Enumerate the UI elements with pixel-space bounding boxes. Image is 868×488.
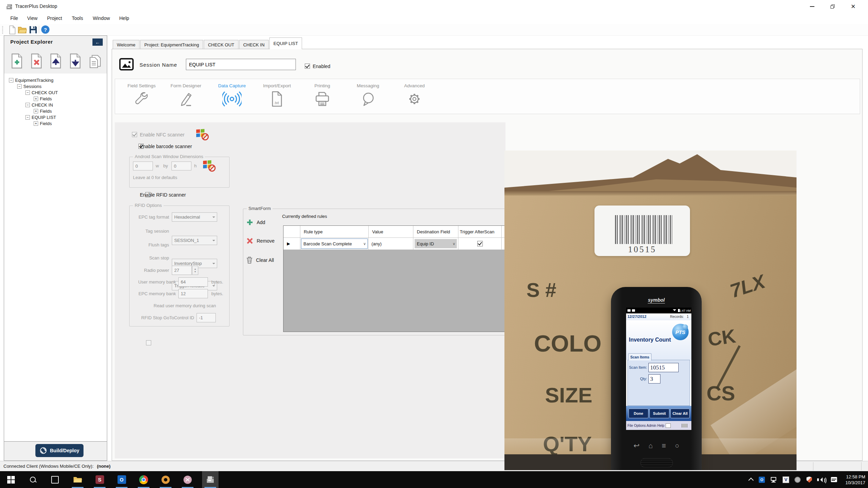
taskbar-clock[interactable]: 12:58 PM 10/3/2017 [836, 471, 865, 488]
submit-button[interactable]: Submit [649, 409, 669, 418]
new-project-icon[interactable] [8, 25, 16, 34]
nav-menu-icon[interactable]: ≡ [662, 442, 666, 450]
snipping-button[interactable] [179, 471, 196, 488]
restore-button[interactable] [825, 0, 841, 13]
search-button[interactable] [25, 471, 41, 488]
collapse-panel-button[interactable]: ← [92, 38, 103, 46]
close-button[interactable]: × [845, 0, 861, 13]
remove-rule-button[interactable]: Remove [246, 237, 275, 245]
trigger-afterscan-checkbox[interactable] [477, 241, 483, 246]
col-rule-type[interactable]: Rule type [300, 226, 369, 238]
outlook-button[interactable]: O [113, 471, 130, 488]
section-printing[interactable]: Printing [300, 83, 345, 109]
clear-all-button[interactable]: Clear All [246, 256, 274, 264]
snagit-button[interactable]: S [91, 471, 108, 488]
expander-icon[interactable]: + [34, 121, 38, 126]
tray-volume[interactable] [815, 471, 827, 488]
spinner-arrows[interactable]: ▲▼ [192, 266, 198, 275]
row-selector-cell[interactable]: ▶ [283, 238, 300, 250]
tray-utility[interactable] [792, 471, 803, 488]
expander-icon[interactable]: + [34, 109, 38, 113]
section-messaging[interactable]: Messaging [346, 83, 390, 109]
tag-session-select[interactable]: SESSION_1 [172, 236, 217, 245]
file-explorer-button[interactable] [69, 471, 86, 488]
tab-project[interactable]: Project: EquipmentTracking [140, 40, 203, 49]
minimize-button[interactable] [804, 0, 820, 13]
help-icon[interactable]: ? [41, 25, 49, 34]
read-user-memory-checkbox[interactable] [146, 340, 151, 345]
section-import-export[interactable]: Import/Export .txt [255, 83, 299, 109]
section-form-designer[interactable]: Form Designer [164, 83, 208, 109]
open-project-icon[interactable] [18, 26, 27, 34]
session-name-input[interactable] [186, 59, 296, 70]
enable-nfc-checkbox[interactable] [132, 132, 137, 137]
user-memory-input[interactable]: 64 [178, 277, 208, 287]
menu-window[interactable]: Window [93, 15, 110, 21]
tray-chevron-up[interactable] [745, 471, 757, 488]
nav-back-icon[interactable]: ↩ [633, 442, 639, 450]
expander-icon[interactable]: − [25, 115, 30, 120]
expander-icon[interactable]: − [25, 103, 30, 107]
expander-icon[interactable]: + [34, 97, 38, 101]
tray-network[interactable] [768, 471, 779, 488]
rule-type-cell[interactable]: Barcode Scan Complete ∨ [300, 238, 369, 250]
qty-input[interactable]: 3 [648, 374, 660, 384]
col-value[interactable]: Value [369, 226, 413, 238]
tree-item-fields[interactable]: + Fields [34, 120, 52, 126]
tree-item-fields[interactable]: + Fields [34, 108, 52, 114]
trigger-cell[interactable] [458, 238, 502, 250]
tree-item-sessions[interactable]: − Sessions [17, 83, 42, 89]
destination-combobox[interactable]: Equip ID ∨ [414, 239, 457, 248]
tab-checkin[interactable]: CHECK IN [239, 40, 269, 49]
radio-power-spinner[interactable]: 27 [172, 266, 192, 275]
scan-height-input[interactable]: 0 [171, 162, 191, 170]
value-cell[interactable]: (any) [369, 238, 413, 250]
col-trigger[interactable]: Trigger AfterScan [458, 226, 502, 238]
tree-item-equiplist[interactable]: − EQUIP LIST [25, 114, 56, 120]
menu-project[interactable]: Project [47, 15, 62, 21]
move-up-icon[interactable] [49, 53, 62, 69]
col-destination[interactable]: Destination Field [413, 226, 458, 238]
menu-help[interactable]: Help [119, 15, 129, 21]
task-view-button[interactable] [47, 471, 63, 488]
section-field-settings[interactable]: Field Settings [119, 83, 164, 109]
tree-item-project[interactable]: − EquipmentTracking [9, 77, 54, 83]
app-flower-button[interactable] [157, 471, 174, 488]
nav-home-icon[interactable]: ⌂ [648, 442, 653, 450]
expander-icon[interactable]: − [17, 84, 22, 89]
tracerplus-taskbar-button[interactable] [202, 471, 219, 488]
menu-view[interactable]: View [27, 15, 37, 21]
add-rule-button[interactable]: Add [246, 219, 265, 226]
save-icon[interactable] [29, 25, 37, 34]
section-advanced[interactable]: Advanced [392, 83, 437, 109]
expander-icon[interactable]: − [25, 90, 30, 95]
device-tab-scan-items[interactable]: Scan Items [628, 353, 652, 361]
tree-item-checkin[interactable]: − CHECK IN [25, 102, 53, 108]
rule-type-combobox[interactable]: Barcode Scan Complete ∨ [301, 239, 368, 249]
tab-welcome[interactable]: Welcome [113, 40, 140, 49]
build-deploy-button[interactable]: Build/Deploy [35, 444, 84, 457]
table-row[interactable]: ▶ Barcode Scan Complete ∨ (any) Equip ID… [283, 238, 507, 250]
nav-recents-icon[interactable]: ○ [675, 442, 679, 450]
done-button[interactable]: Done [628, 409, 648, 418]
tab-equiplist[interactable]: EQUIP LIST [269, 37, 302, 49]
scan-width-input[interactable]: 0 [133, 162, 153, 170]
tray-antivirus[interactable]: V [780, 471, 792, 488]
menu-tools[interactable]: Tools [72, 15, 83, 21]
add-session-icon[interactable] [11, 53, 23, 69]
section-data-capture[interactable]: Data Capture [210, 83, 254, 109]
destination-cell[interactable]: Equip ID ∨ [413, 238, 458, 250]
tray-outlook[interactable]: O [756, 471, 768, 488]
delete-session-icon[interactable] [30, 53, 43, 69]
scan-item-input[interactable]: 10515 [648, 363, 679, 372]
copy-session-icon[interactable] [89, 53, 102, 69]
enabled-checkbox[interactable] [305, 64, 310, 69]
start-button[interactable] [3, 471, 19, 488]
chrome-button[interactable] [135, 471, 152, 488]
tree-item-fields[interactable]: + Fields [34, 96, 52, 102]
tree-item-checkout[interactable]: − CHECK OUT [25, 89, 58, 96]
epc-memory-input[interactable]: 12 [178, 289, 208, 298]
menu-file[interactable]: File [10, 15, 18, 21]
tray-security[interactable] [803, 471, 815, 488]
rfid-stop-input[interactable]: -1 [197, 313, 216, 322]
